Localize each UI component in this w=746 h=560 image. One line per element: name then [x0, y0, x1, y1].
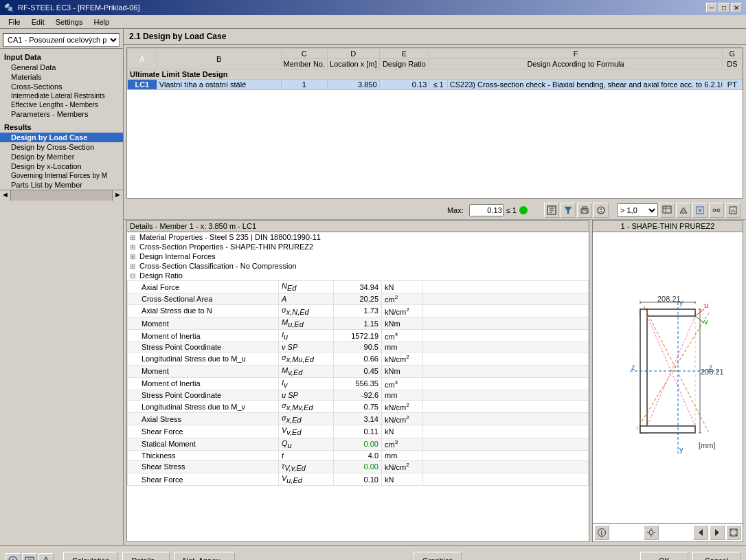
prop-extra [423, 473, 589, 485]
shape-nav-back[interactable] [693, 525, 708, 540]
prop-symbol: Iv [279, 377, 334, 390]
cancel-button[interactable]: Cancel [692, 552, 741, 561]
sidebar-item-governing-forces[interactable]: Governing Internal Forces by M [0, 171, 123, 180]
tree-item-internal-forces[interactable]: ⊞ Design Internal Forces [127, 251, 589, 261]
prop-symbol: σx,Mv,Ed [279, 400, 334, 412]
prop-extra [423, 293, 589, 305]
prop-value: 556.35 [334, 377, 382, 390]
right-icon-4[interactable] [709, 203, 724, 218]
sidebar-item-effective-lengths[interactable]: Effective Lengths - Members [0, 100, 123, 109]
table-icon-1[interactable] [544, 203, 559, 218]
sidebar-item-materials[interactable]: Materials [0, 72, 123, 82]
nav-icon-1[interactable] [5, 553, 21, 561]
design-table: A B C D E F G Member No. Location x [m] … [127, 48, 743, 90]
prop-name: Shear Force [128, 425, 279, 438]
sidebar-scroll-right[interactable]: ► [112, 190, 123, 201]
title-bar: 🔩 RF-STEEL EC3 - [RFEM-Priklad-06] ─ □ ✕ [0, 0, 746, 15]
right-icon-3[interactable] [692, 203, 708, 218]
prop-value: 1.73 [334, 304, 382, 317]
sidebar-item-design-x-location[interactable]: Design by x-Location [0, 161, 123, 171]
bottom-toolbar: Calculation Details... Nat. Annex... Gra… [0, 545, 746, 560]
sidebar-item-general-data[interactable]: General Data [0, 63, 123, 72]
sidebar-item-design-cross-section[interactable]: Design by Cross-Section [0, 142, 123, 152]
nat-annex-button[interactable]: Nat. Annex... [174, 552, 235, 561]
calculation-button[interactable]: Calculation [63, 552, 118, 561]
sidebar-item-design-load-case[interactable]: Design by Load Case [0, 133, 123, 142]
sidebar-item-cross-sections[interactable]: Cross-Sections [0, 82, 123, 91]
row-leq: ≤ 1 [429, 80, 447, 90]
max-leq: ≤ 1 [506, 206, 517, 214]
shape-nav-forward[interactable] [710, 525, 725, 540]
sidebar-item-intermediate-lateral[interactable]: Intermediate Lateral Restraints [0, 91, 123, 100]
sidebar-item-parts-list[interactable]: Parts List by Member [0, 180, 123, 190]
sidebar-scroll-left[interactable]: ◄ [0, 190, 11, 201]
svg-point-18 [713, 209, 716, 212]
prop-extra [423, 425, 589, 438]
svg-text:u: u [704, 301, 708, 309]
tree-item-cross-section[interactable]: ⊞ Cross-Section Properties - SHAPE-THIN … [127, 242, 589, 251]
menu-settings[interactable]: Settings [50, 16, 89, 27]
tree-item-classification[interactable]: ⊞ Cross-Section Classification - No Comp… [127, 261, 589, 271]
sidebar-item-parameters[interactable]: Parameters - Members [0, 109, 123, 119]
svg-point-10 [600, 211, 602, 212]
svg-text:v: v [704, 317, 708, 326]
prop-extra [423, 330, 589, 342]
prop-unit: kN [382, 281, 423, 293]
table-row[interactable]: LC1 Vlastní tíha a ostatní stálé 1 3.850… [128, 80, 743, 90]
svg-line-45 [695, 309, 704, 316]
prop-name: Shear Stress [128, 460, 279, 473]
shape-settings-icon[interactable] [644, 525, 659, 540]
prop-value: 0.66 [334, 352, 382, 365]
case-dropdown[interactable]: CA1 - Posouzení ocelových prut [3, 33, 120, 47]
menu-edit[interactable]: Edit [26, 16, 50, 27]
svg-line-47 [695, 316, 704, 323]
tree-label-material: Material Properties - Steel S 235 | DIN … [139, 233, 321, 241]
svg-text:y: y [679, 445, 683, 453]
section-header-uls: Ultimate Limit State Design [128, 69, 743, 80]
minimize-button[interactable]: ─ [706, 3, 717, 12]
prop-unit: kN/cm2 [382, 460, 423, 473]
left-nav-icons [5, 553, 54, 561]
prop-extra [423, 352, 589, 365]
prop-name: Stress Point Coordinate [128, 390, 279, 400]
menu-help[interactable]: Help [88, 16, 115, 27]
header-design-ratio: Design Ratio [379, 59, 429, 69]
prop-extra [423, 342, 589, 352]
close-button[interactable]: ✕ [731, 3, 742, 12]
prop-extra [423, 281, 589, 293]
prop-unit: cm4 [382, 330, 423, 342]
details-button[interactable]: Details... [122, 552, 170, 561]
app-icon: 🔩 [4, 3, 14, 12]
table-icon-2[interactable] [561, 203, 576, 218]
right-icon-2[interactable] [676, 203, 691, 218]
graphics-button[interactable]: Graphics [414, 552, 462, 561]
expander-icon: ⊞ [130, 234, 138, 241]
shape-info-icon[interactable]: i [594, 525, 609, 540]
svg-rect-25 [640, 426, 695, 433]
shape-zoom-fit[interactable] [726, 525, 741, 540]
nav-icon-2[interactable] [22, 553, 37, 561]
sidebar-item-design-member[interactable]: Design by Member [0, 152, 123, 161]
prop-name: Stress Point Coordinate [128, 342, 279, 352]
prop-extra [423, 317, 589, 330]
menu-file[interactable]: File [3, 16, 26, 27]
prop-symbol: σx,N,Ed [279, 304, 334, 317]
right-icon-1[interactable] [659, 203, 675, 218]
right-icon-5[interactable] [725, 203, 741, 218]
ok-button[interactable]: OK [640, 552, 688, 561]
nav-icon-3[interactable] [38, 553, 54, 561]
prop-name: Cross-Sectional Area [128, 293, 279, 305]
prop-unit: mm [382, 450, 423, 460]
prop-name: Moment of Inertia [128, 330, 279, 342]
content-header: 2.1 Design by Load Case [124, 29, 746, 45]
prop-name: Moment [128, 365, 279, 377]
max-value-input[interactable] [469, 204, 504, 216]
table-icon-4[interactable] [594, 203, 609, 218]
filter-dropdown[interactable]: > 1,0 [617, 203, 658, 217]
table-icon-3[interactable] [577, 203, 592, 218]
svg-point-51 [649, 530, 653, 535]
tree-item-material[interactable]: ⊞ Material Properties - Steel S 235 | DI… [127, 232, 589, 242]
prop-value: 0.75 [334, 400, 382, 412]
maximize-button[interactable]: □ [719, 3, 730, 12]
tree-item-design-ratio[interactable]: ⊟ Design Ratio [127, 271, 589, 280]
